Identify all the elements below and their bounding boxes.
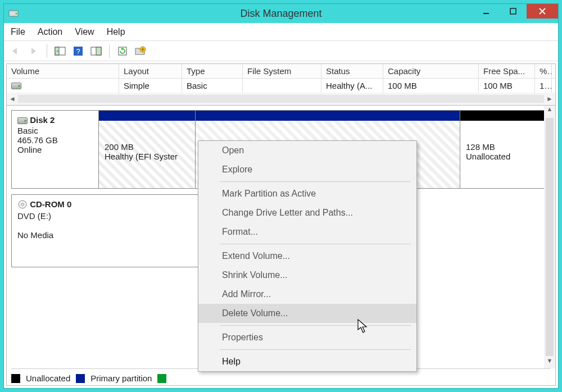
col-percent[interactable]: % [535,64,552,78]
cell-status: Healthy (A... [321,79,383,93]
cell-type: Basic [182,79,243,93]
rescan-disks-button[interactable] [133,44,148,58]
cd-state: No Media [17,230,53,240]
context-menu: Open Explore Mark Partition as Active Ch… [198,140,417,372]
legend-swatch-primary [76,374,85,383]
ctx-explore[interactable]: Explore [198,160,416,179]
partition-status: Unallocated [466,152,510,161]
ctx-help[interactable]: Help [198,352,416,371]
refresh-button[interactable] [115,44,130,58]
table-header: Volume Layout Type File System Status Ca… [7,64,555,79]
partition-efi[interactable]: 200 MB Healthy (EFI Syster [99,111,196,188]
toolbar-separator [47,44,47,58]
cd-drive: DVD (E:) [17,211,51,221]
menu-action[interactable]: Action [38,27,62,37]
ctx-delete-volume[interactable]: Delete Volume... [198,304,416,323]
scroll-thumb[interactable] [546,118,554,356]
ctx-open[interactable]: Open [198,141,416,160]
menu-file[interactable]: File [11,27,25,37]
scroll-up-arrow[interactable]: ▲ [544,106,555,117]
partition-unallocated[interactable]: 128 MB Unallocated [460,111,550,188]
ctx-change-letter[interactable]: Change Drive Letter and Paths... [198,203,416,222]
cell-percent: 10 [535,79,552,93]
col-filesystem[interactable]: File System [243,64,321,78]
menubar: File Action View Help [4,23,558,41]
partition-stripe [196,111,460,121]
titlebar: Disk Management [4,4,558,23]
scroll-left-arrow[interactable]: ◄ [7,95,18,103]
svg-point-16 [21,203,24,206]
partition-status: Healthy (EFI Syster [105,152,178,161]
svg-point-1 [16,13,17,15]
scroll-down-arrow[interactable]: ▼ [544,357,555,368]
legend-label-primary: Primary partition [90,373,152,383]
table-row[interactable]: Simple Basic Healthy (A... 100 MB 100 MB… [7,79,555,93]
disk-name: Disk 2 [30,115,55,125]
ctx-separator [220,181,411,182]
partition-stripe [460,111,550,121]
ctx-extend[interactable]: Extend Volume... [198,247,416,266]
disk-info[interactable]: Disk 2 Basic 465.76 GB Online [12,111,99,188]
ctx-separator [220,325,411,326]
horizontal-scrollbar[interactable]: ◄ ► [7,93,555,105]
ctx-add-mirror[interactable]: Add Mirror... [198,285,416,304]
cd-name: CD-ROM 0 [30,199,71,209]
minimize-button[interactable] [473,4,500,19]
ctx-separator [220,244,411,244]
nav-forward-button [26,44,41,58]
svg-rect-11 [96,47,101,55]
cell-free: 100 MB [479,79,535,93]
svg-text:?: ? [76,47,80,56]
ctx-shrink[interactable]: Shrink Volume... [198,266,416,285]
cdrom-icon [17,199,28,211]
menu-help[interactable]: Help [107,27,125,37]
col-type[interactable]: Type [182,64,243,78]
legend-label-unallocated: Unallocated [26,373,70,383]
close-button[interactable] [527,4,558,19]
col-status[interactable]: Status [321,64,383,78]
scroll-track[interactable] [18,95,544,103]
ctx-mark-active[interactable]: Mark Partition as Active [198,184,416,203]
disk-type: Basic [17,126,38,135]
menu-view[interactable]: View [75,27,94,37]
disk-size: 465.76 GB [17,135,58,145]
col-free[interactable]: Free Spa... [479,64,535,78]
disk-row-cdrom[interactable]: CD-ROM 0 DVD (E:) No Media [11,194,202,267]
ctx-properties[interactable]: Properties [198,328,416,347]
disk-icon [11,83,21,89]
legend-swatch-other [157,374,166,383]
disk-icon [17,116,28,126]
maximize-button[interactable] [500,4,527,19]
partition-size: 128 MB [466,142,495,152]
cell-layout: Simple [119,79,182,93]
app-icon [8,8,19,19]
view-settings-button[interactable] [89,44,103,58]
show-hide-tree-button[interactable] [53,44,67,58]
cell-fs [243,79,321,93]
ctx-format[interactable]: Format... [198,222,416,241]
partition-stripe [99,111,195,121]
col-volume[interactable]: Volume [7,64,119,78]
scroll-right-arrow[interactable]: ► [544,95,555,103]
col-layout[interactable]: Layout [119,64,182,78]
cell-capacity: 100 MB [383,79,479,93]
col-capacity[interactable]: Capacity [383,64,479,78]
vertical-scrollbar[interactable]: ▲ ▼ [544,106,555,368]
svg-rect-3 [510,8,516,14]
toolbar: ? [4,41,558,61]
help-button[interactable]: ? [71,44,85,58]
legend-swatch-unallocated [11,374,20,383]
nav-back-button [8,44,23,58]
disk-state: Online [17,145,42,154]
partition-size: 200 MB [105,142,134,152]
ctx-separator [220,349,411,350]
volume-table: Volume Layout Type File System Status Ca… [7,64,555,106]
toolbar-separator [109,44,110,58]
